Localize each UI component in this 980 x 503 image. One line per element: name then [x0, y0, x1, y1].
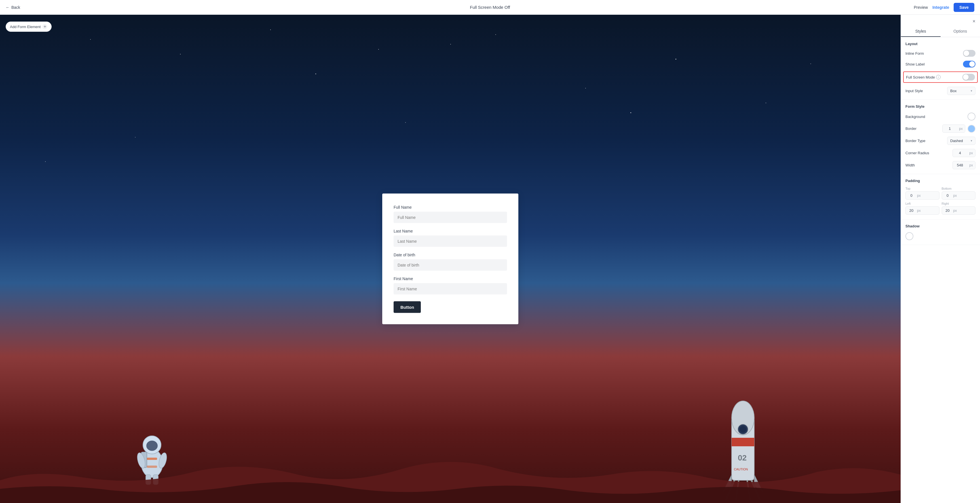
save-button[interactable]: Save	[954, 3, 974, 12]
panel-close-button[interactable]: ×	[972, 19, 975, 24]
shadow-section-title: Shadow	[905, 224, 975, 228]
show-label-toggle-thumb	[969, 61, 975, 67]
shadow-color-picker[interactable]	[905, 232, 913, 240]
background-color-picker[interactable]	[967, 113, 975, 121]
plus-icon: +	[42, 24, 47, 29]
border-type-label: Border Type	[905, 138, 926, 143]
preview-button[interactable]: Preview	[914, 5, 928, 10]
show-label-toggle[interactable]	[963, 60, 975, 67]
panel-shadow-section: Shadow	[901, 220, 980, 245]
fullname-input[interactable]	[394, 212, 507, 223]
corner-radius-input[interactable]: px	[953, 149, 975, 157]
border-color-picker[interactable]	[967, 125, 975, 133]
fullscreen-mode-label: Full Screen Mode i	[906, 75, 940, 80]
border-unit: px	[957, 125, 965, 132]
input-style-chevron-icon: ▾	[970, 89, 972, 93]
padding-bottom-unit: px	[953, 192, 959, 199]
padding-left-unit: px	[917, 207, 923, 214]
fullname-label: Full Name	[394, 205, 507, 210]
border-type-select[interactable]: Dashed ▾	[947, 137, 975, 145]
show-label-label: Show Label	[905, 62, 925, 66]
padding-top-value[interactable]	[906, 192, 917, 199]
width-row: Width px	[905, 161, 975, 169]
fullscreen-mode-toggle[interactable]	[963, 74, 975, 81]
padding-right-value[interactable]	[942, 207, 953, 214]
padding-top-input[interactable]: px	[905, 191, 939, 200]
border-type-row: Border Type Dashed ▾	[905, 137, 975, 145]
integrate-button[interactable]: Integrate	[932, 5, 949, 10]
corner-radius-row: Corner Radius px	[905, 149, 975, 157]
padding-left-input[interactable]: px	[905, 207, 939, 215]
firstname-input[interactable]	[394, 283, 507, 294]
form-submit-button[interactable]: Button	[394, 301, 421, 313]
padding-right-input[interactable]: px	[942, 207, 976, 215]
inline-form-label: Inline Form	[905, 51, 924, 56]
border-value-input[interactable]	[943, 125, 957, 132]
form-field-fullname: Full Name	[394, 205, 507, 223]
shadow-row	[905, 232, 975, 240]
padding-left-value[interactable]	[906, 207, 917, 214]
firstname-label: First Name	[394, 277, 507, 281]
padding-grid: Top px Bottom px Left	[905, 187, 975, 215]
inline-form-row: Inline Form	[905, 50, 975, 57]
padding-bottom-value[interactable]	[942, 192, 953, 199]
padding-left-label: Left	[905, 202, 939, 205]
form-field-lastname: Last Name	[394, 229, 507, 247]
tab-options[interactable]: Options	[940, 26, 980, 37]
svg-point-14	[740, 426, 746, 433]
border-type-value: Dashed	[950, 138, 963, 143]
input-style-row: Input Style Box ▾	[905, 87, 975, 95]
topbar: ← Back Full Screen Mode Off Preview Inte…	[0, 0, 980, 15]
padding-bottom-label: Bottom	[942, 187, 976, 190]
page-title: Full Screen Mode Off	[470, 5, 510, 10]
width-input[interactable]: px	[953, 161, 975, 169]
padding-left-cell: Left px	[905, 202, 939, 215]
width-unit: px	[967, 162, 975, 169]
fullscreen-mode-toggle-thumb	[963, 74, 969, 80]
panel-header: ×	[901, 15, 980, 24]
inline-form-toggle-thumb	[964, 51, 969, 56]
main-area: Add Form Element +	[0, 15, 980, 503]
padding-bottom-input[interactable]: px	[942, 191, 976, 200]
form-style-section-title: Form Style	[905, 104, 975, 108]
add-form-label: Add Form Element	[10, 25, 41, 29]
fullscreen-info-icon[interactable]: i	[936, 75, 940, 80]
input-style-select[interactable]: Box ▾	[947, 87, 975, 95]
terrain-decoration	[0, 446, 900, 503]
padding-top-label: Top	[905, 187, 939, 190]
topbar-actions: Preview Integrate Save	[914, 3, 974, 12]
border-number-input[interactable]: px	[942, 124, 965, 133]
border-input-group: px	[942, 124, 975, 133]
add-form-button[interactable]: Add Form Element +	[6, 22, 52, 32]
right-panel: × Styles Options Layout Inline Form Show…	[900, 15, 980, 503]
width-value-input[interactable]	[953, 161, 967, 169]
form-modal: Full Name Last Name Date of birth First …	[382, 194, 519, 325]
corner-radius-label: Corner Radius	[905, 151, 929, 155]
canvas-background: Add Form Element +	[0, 15, 900, 503]
border-type-chevron-icon: ▾	[970, 139, 972, 143]
tab-styles[interactable]: Styles	[901, 26, 940, 37]
fullscreen-mode-row: Full Screen Mode i	[903, 72, 978, 83]
background-label: Background	[905, 115, 925, 119]
dob-label: Date of birth	[394, 253, 507, 257]
corner-radius-value-input[interactable]	[953, 149, 967, 157]
padding-top-unit: px	[917, 192, 923, 199]
width-label: Width	[905, 163, 915, 167]
padding-top-cell: Top px	[905, 187, 939, 200]
inline-form-toggle[interactable]	[963, 50, 975, 57]
input-style-label: Input Style	[905, 89, 923, 93]
background-row: Background	[905, 113, 975, 121]
padding-right-cell: Right px	[942, 202, 976, 215]
lastname-input[interactable]	[394, 236, 507, 247]
padding-right-unit: px	[953, 207, 959, 214]
border-label: Border	[905, 126, 916, 131]
back-button[interactable]: ← Back	[6, 5, 20, 10]
svg-rect-12	[732, 438, 754, 446]
layout-section-title: Layout	[905, 42, 975, 46]
canvas-area: Add Form Element +	[0, 15, 900, 503]
show-label-row: Show Label	[905, 60, 975, 67]
lastname-label: Last Name	[394, 229, 507, 233]
dob-input[interactable]	[394, 259, 507, 271]
padding-right-label: Right	[942, 202, 976, 205]
padding-bottom-cell: Bottom px	[942, 187, 976, 200]
